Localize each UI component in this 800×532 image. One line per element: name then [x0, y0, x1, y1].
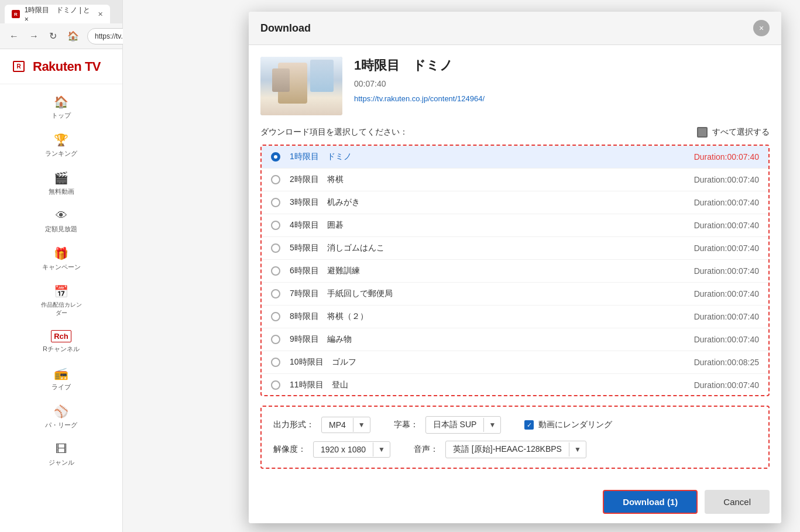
episode-name: 9時限目 編み物	[290, 334, 694, 345]
forward-button[interactable]: →	[27, 29, 41, 44]
sidebar-item-campaign[interactable]: 🎁 キャンペーン	[0, 241, 122, 277]
episode-radio[interactable]	[271, 358, 280, 367]
browser-toolbar: ← → ↻ 🏠 https://tv.rakuten.co.jp/content…	[0, 23, 122, 49]
episode-border	[262, 191, 264, 214]
sidebar-label-subscription: 定額見放題	[45, 225, 77, 234]
live-icon: 📻	[54, 366, 68, 380]
dialog-header: Download ×	[249, 12, 781, 45]
resolution-value: 1920 x 1080	[314, 442, 373, 457]
home-button[interactable]: 🏠	[65, 28, 81, 44]
episode-name: 8時限目 将棋（２）	[290, 311, 694, 322]
episode-item[interactable]: 1時限目 ドミノ Duration:00:07:40	[262, 146, 768, 169]
episode-border	[262, 351, 264, 373]
episode-name: 4時限目 囲碁	[290, 220, 694, 231]
baseball-icon: ⚾	[54, 404, 68, 418]
tab-close-icon[interactable]: ✕	[98, 11, 103, 18]
episode-name: 2時限目 将棋	[290, 174, 694, 185]
sidebar-label-baseball: パ・リーグ	[45, 421, 77, 430]
sidebar-item-rchannel[interactable]: Rch Rチャンネル	[0, 324, 122, 359]
episode-name: 10時限目 ゴルフ	[290, 357, 694, 368]
audio-dropdown-arrow[interactable]: ▼	[569, 442, 586, 457]
episode-border	[262, 306, 264, 328]
episode-radio[interactable]	[271, 266, 280, 276]
sidebar-item-subscription[interactable]: 👁 定額見放題	[0, 203, 122, 239]
episode-item[interactable]: 5時限目 消しゴムはんこ Duration:00:07:40	[262, 237, 768, 260]
episode-duration: Duration:00:07:40	[694, 175, 759, 184]
download-button[interactable]: Download (1)	[603, 490, 698, 514]
resolution-select[interactable]: 1920 x 1080 ▼	[313, 441, 390, 458]
episodes-list: 1時限目 ドミノ Duration:00:07:40 2時限目 将棋 Durat…	[262, 146, 768, 396]
episode-radio[interactable]	[271, 175, 280, 184]
episode-duration: Duration:00:07:40	[694, 152, 759, 162]
dialog-footer: Download (1) Cancel	[249, 480, 781, 523]
episode-item[interactable]: 3時限目 机みがき Duration:00:07:40	[262, 191, 768, 214]
calendar-icon: 📅	[54, 284, 68, 298]
format-value: MP4	[322, 417, 353, 433]
episode-border	[262, 283, 264, 305]
episode-radio[interactable]	[271, 221, 280, 230]
episode-item[interactable]: 4時限目 囲碁 Duration:00:07:40	[262, 214, 768, 237]
format-setting: 出力形式： MP4 ▼	[273, 417, 370, 433]
sidebar-label-campaign: キャンペーン	[42, 263, 81, 272]
subtitle-select[interactable]: 日本語 SUP ▼	[425, 416, 502, 434]
format-dropdown-arrow[interactable]: ▼	[353, 418, 370, 432]
episode-radio[interactable]	[271, 380, 280, 390]
video-info: 1時限目 ドミノ 00:07:40 https://tv.rakuten.co.…	[260, 57, 770, 115]
episode-item[interactable]: 8時限目 将棋（２） Duration:00:07:40	[262, 306, 768, 328]
video-thumbnail	[260, 57, 342, 115]
refresh-button[interactable]: ↻	[47, 28, 59, 44]
select-all-area[interactable]: すべて選択する	[697, 127, 770, 138]
subtitle-dropdown-arrow[interactable]: ▼	[483, 418, 500, 432]
sidebar-item-genre[interactable]: 🎞 ジャンル	[0, 437, 122, 473]
video-details: 1時限目 ドミノ 00:07:40 https://tv.rakuten.co.…	[354, 57, 770, 115]
dialog-close-button[interactable]: ×	[753, 20, 770, 36]
resolution-dropdown-arrow[interactable]: ▼	[373, 442, 390, 457]
sidebar-item-free[interactable]: 🎬 無料動画	[0, 165, 122, 202]
episode-radio[interactable]	[271, 152, 280, 162]
tab-title: 1時限目 ドミノ | と×	[25, 5, 93, 23]
sidebar-label-live: ライブ	[51, 383, 71, 392]
render-checkbox[interactable]: ✓	[524, 420, 534, 430]
episode-duration: Duration:00:07:40	[694, 289, 759, 298]
episode-item[interactable]: 11時限目 登山 Duration:00:07:40	[262, 374, 768, 396]
campaign-icon: 🎁	[54, 246, 68, 260]
episode-duration: Duration:00:07:40	[694, 243, 759, 253]
render-checkbox-item[interactable]: ✓ 動画にレンダリング	[524, 420, 612, 430]
episode-name: 6時限目 避難訓練	[290, 266, 694, 276]
episode-radio[interactable]	[271, 198, 280, 207]
episode-name: 3時限目 机みがき	[290, 197, 694, 208]
audio-select[interactable]: 英語 [原始]-HEAAC-128KBPS ▼	[445, 441, 586, 458]
rchannel-icon: Rch	[51, 330, 71, 342]
episode-item[interactable]: 10時限目 ゴルフ Duration:00:08:25	[262, 351, 768, 374]
browser-tab[interactable]: R 1時限目 ドミノ | と× ✕	[5, 5, 110, 23]
back-button[interactable]: ←	[7, 29, 21, 44]
sidebar-item-calendar[interactable]: 📅 作品配信カレンダー	[0, 279, 122, 323]
sidebar-item-ranking[interactable]: 🏆 ランキング	[0, 127, 122, 164]
episode-radio[interactable]	[271, 312, 280, 321]
video-url[interactable]: https://tv.rakuten.co.jp/content/124964/	[354, 94, 485, 103]
episode-radio[interactable]	[271, 289, 280, 298]
episode-radio[interactable]	[271, 335, 280, 344]
episode-duration: Duration:00:07:40	[694, 221, 759, 230]
episode-item[interactable]: 9時限目 編み物 Duration:00:07:40	[262, 328, 768, 351]
sidebar-label-free: 無料動画	[49, 187, 74, 196]
cancel-button[interactable]: Cancel	[705, 490, 770, 514]
episode-border	[262, 214, 264, 236]
sidebar-item-top[interactable]: 🏠 トップ	[0, 89, 122, 126]
audio-setting: 音声： 英語 [原始]-HEAAC-128KBPS ▼	[414, 441, 586, 458]
format-select[interactable]: MP4 ▼	[321, 417, 370, 433]
settings-row-2: 解像度： 1920 x 1080 ▼ 音声： 英語 [原始]-HEAAC-128…	[273, 441, 757, 458]
select-all-checkbox[interactable]	[697, 127, 708, 138]
episode-item[interactable]: 6時限目 避難訓練 Duration:00:07:40	[262, 260, 768, 283]
sidebar-label-genre: ジャンル	[49, 458, 74, 467]
episode-selected-border	[262, 146, 264, 168]
episode-radio[interactable]	[271, 243, 280, 253]
episode-duration: Duration:00:07:40	[694, 266, 759, 276]
episodes-container[interactable]: 1時限目 ドミノ Duration:00:07:40 2時限目 将棋 Durat…	[260, 145, 770, 396]
sidebar-item-baseball[interactable]: ⚾ パ・リーグ	[0, 399, 122, 435]
episode-item[interactable]: 7時限目 手紙回しで郵便局 Duration:00:07:40	[262, 283, 768, 306]
sidebar-nav: 🏠 トップ 🏆 ランキング 🎬 無料動画 👁 定額見放題 🎁 キャンペーン 📅 …	[0, 84, 122, 478]
subtitle-value: 日本語 SUP	[426, 417, 484, 433]
episode-item[interactable]: 2時限目 将棋 Duration:00:07:40	[262, 169, 768, 191]
sidebar-item-live[interactable]: 📻 ライブ	[0, 361, 122, 397]
